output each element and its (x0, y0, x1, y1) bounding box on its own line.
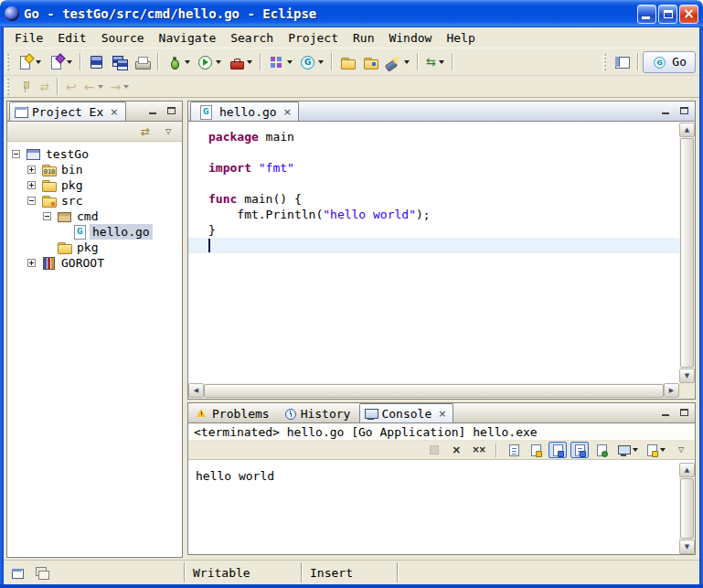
debug-button[interactable] (163, 51, 194, 73)
tree-item-hello-go[interactable]: hello.go (7, 224, 182, 240)
console-view-menu-button[interactable]: ▽ (672, 442, 690, 458)
menu-item-help[interactable]: Help (439, 29, 482, 47)
menu-item-file[interactable]: File (7, 29, 50, 47)
tab-hello-go[interactable]: hello.go × (190, 102, 299, 121)
scroll-up-icon[interactable]: ▲ (679, 463, 695, 477)
tab-history[interactable]: History (279, 403, 358, 422)
tree-item-pkg[interactable]: pkg (7, 240, 182, 255)
open-perspective-button[interactable] (611, 51, 634, 73)
new-wizard-button[interactable] (14, 51, 45, 73)
sync-button[interactable]: ⇆ (422, 51, 448, 73)
maximize-view-button[interactable] (676, 406, 691, 419)
tree-item-testgo[interactable]: testGo (7, 146, 182, 162)
tree-expander-icon[interactable] (27, 181, 36, 189)
menu-item-edit[interactable]: Edit (50, 29, 93, 47)
pin-editor-button[interactable] (14, 78, 37, 96)
scroll-up-icon[interactable]: ▲ (679, 123, 695, 137)
maximize-view-button[interactable] (164, 104, 178, 117)
new-element-button[interactable] (45, 51, 76, 73)
search-button[interactable] (382, 51, 413, 73)
minimize-view-button[interactable] (658, 406, 673, 419)
tab-project-explorer[interactable]: Project Ex × (9, 102, 126, 121)
launch-status-icon[interactable] (34, 565, 49, 581)
vscroll-thumb[interactable] (680, 138, 694, 368)
code-line[interactable]: package main (188, 129, 679, 144)
explorer-view-menu-button[interactable]: ▽ (159, 123, 177, 140)
code-area[interactable]: package mainimport "fmt"func main() { fm… (188, 123, 679, 383)
back-button[interactable]: ← (80, 78, 107, 96)
scroll-down-icon[interactable]: ▼ (679, 369, 695, 383)
print-button[interactable] (131, 51, 154, 73)
show-output-button[interactable] (570, 442, 589, 458)
pin-console-button[interactable] (592, 442, 611, 458)
code-line[interactable] (188, 238, 679, 253)
tree-expander-icon[interactable] (43, 212, 51, 220)
run-button[interactable] (194, 51, 225, 73)
terminate-button[interactable] (425, 442, 443, 458)
clear-console-button[interactable] (505, 442, 523, 458)
menu-item-run[interactable]: Run (346, 29, 381, 47)
fast-view-icon[interactable] (11, 565, 27, 581)
editor-hscrollbar[interactable]: ◀ ▶ (188, 383, 679, 399)
maximize-button[interactable] (658, 5, 677, 24)
maximize-view-button[interactable] (676, 104, 691, 117)
vscroll-thumb[interactable] (680, 478, 694, 539)
titlebar[interactable]: Go - testGo/src/cmd/hello.go - Eclipse × (0, 0, 703, 27)
open-resource-button[interactable] (336, 51, 359, 73)
new-go-file-button[interactable] (296, 51, 327, 73)
remove-all-launches-button[interactable]: ×× (469, 442, 488, 458)
code-line[interactable]: } (188, 222, 679, 238)
scroll-right-icon[interactable]: ▶ (664, 383, 679, 398)
scroll-down-icon[interactable]: ▼ (679, 540, 695, 554)
menu-item-search[interactable]: Search (223, 29, 281, 47)
link-editor-button[interactable]: ⇄ (37, 78, 53, 96)
external-tools-button[interactable] (225, 51, 256, 73)
close-tab-icon[interactable]: × (110, 107, 118, 117)
code-line[interactable]: func main() { (188, 191, 679, 207)
open-type-button[interactable] (359, 51, 382, 73)
minimize-view-button[interactable] (145, 104, 160, 117)
link-with-editor-button[interactable]: ⇄ (136, 123, 154, 140)
tree-item-src[interactable]: src (7, 193, 182, 208)
close-tab-icon[interactable]: × (283, 107, 292, 117)
minimize-view-button[interactable] (658, 104, 673, 117)
forward-button[interactable]: → (107, 78, 133, 96)
editor-vscrollbar[interactable]: ▲ ▼ (679, 123, 695, 383)
console-output[interactable]: hello world ▲ ▼ (188, 463, 695, 554)
display-console-button[interactable] (614, 442, 641, 458)
toolbar-grip[interactable] (6, 79, 9, 95)
tab-console[interactable]: Console× (359, 403, 453, 422)
tree-item-cmd[interactable]: cmd (7, 208, 182, 224)
last-edit-location-button[interactable]: ↩ (62, 78, 80, 96)
minimize-button[interactable] (637, 5, 656, 24)
menu-item-navigate[interactable]: Navigate (152, 29, 224, 47)
tree-item-bin[interactable]: bin (7, 162, 182, 177)
save-all-button[interactable] (108, 51, 131, 73)
tab-problems[interactable]: Problems (190, 403, 277, 422)
tree-expander-icon[interactable] (27, 197, 36, 205)
menu-item-window[interactable]: Window (381, 29, 439, 47)
scroll-lock-button[interactable] (527, 442, 545, 458)
close-button[interactable]: × (679, 5, 698, 24)
menu-item-source[interactable]: Source (94, 29, 152, 47)
open-console-button[interactable] (644, 442, 668, 458)
toolbar-grip[interactable] (603, 54, 606, 70)
code-line[interactable] (188, 176, 679, 191)
menu-item-project[interactable]: Project (281, 29, 346, 47)
close-tab-icon[interactable]: × (438, 409, 446, 419)
new-go-package-button[interactable] (265, 51, 296, 73)
hscroll-thumb[interactable] (204, 384, 664, 398)
tree-item-pkg[interactable]: pkg (7, 177, 182, 193)
remove-launch-button[interactable]: × (447, 442, 465, 458)
toolbar-grip[interactable] (6, 54, 9, 70)
tree-expander-icon[interactable] (27, 166, 36, 174)
word-wrap-button[interactable] (549, 442, 567, 458)
tree-expander-icon[interactable] (12, 150, 20, 158)
tree-item-goroot[interactable]: GOROOT (7, 255, 182, 271)
code-line[interactable] (188, 144, 679, 160)
scroll-left-icon[interactable]: ◀ (188, 383, 204, 398)
console-vscrollbar[interactable]: ▲ ▼ (679, 463, 695, 554)
go-perspective-button[interactable]: Go (643, 51, 696, 73)
code-line[interactable]: fmt.Println("hello world"); (188, 207, 679, 222)
tree-expander-icon[interactable] (27, 259, 36, 267)
